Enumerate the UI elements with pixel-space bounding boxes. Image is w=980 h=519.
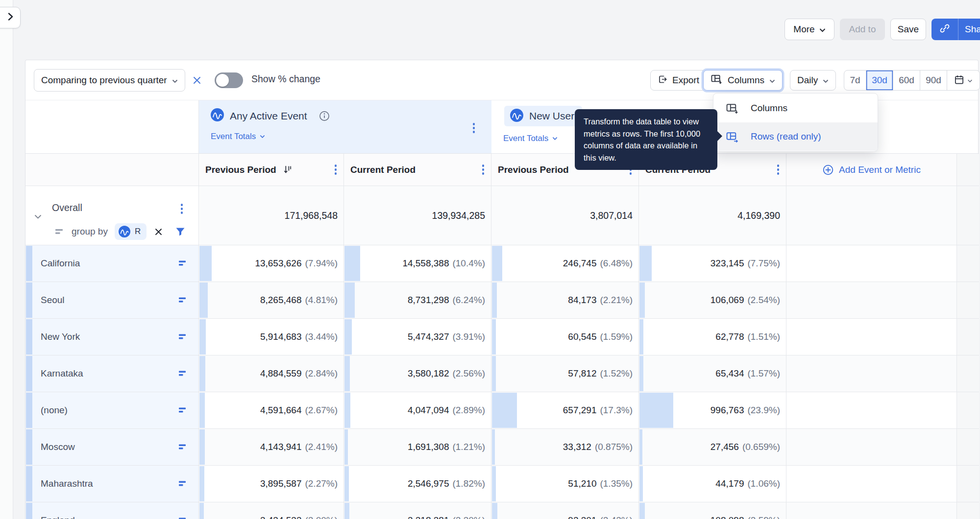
- data-cell[interactable]: 44,179(1.06%): [639, 466, 786, 502]
- overall-value-cell[interactable]: 139,934,285: [344, 186, 491, 245]
- data-cell[interactable]: 4,047,094(2.89%): [344, 392, 491, 428]
- data-cell[interactable]: 1,691,308(1.21%): [344, 429, 491, 465]
- row-label-cell[interactable]: Moscow: [25, 429, 199, 465]
- menu-item-rows[interactable]: Rows (read only): [713, 122, 878, 151]
- data-cell[interactable]: 13,653,626(7.94%): [199, 245, 344, 282]
- cell-value: 5,914,683: [260, 331, 302, 342]
- cell-proportion-bar: [492, 393, 517, 428]
- tooltip-arrow: [717, 131, 722, 142]
- remove-group-by-button[interactable]: [153, 227, 164, 237]
- data-cell[interactable]: 84,173(2.21%): [491, 282, 639, 318]
- data-cell[interactable]: 60,545(1.59%): [491, 319, 639, 355]
- cell-value: 84,173: [568, 295, 596, 306]
- cell-value: 51,210: [568, 478, 596, 489]
- row-label-cell[interactable]: New York: [25, 319, 199, 355]
- group-bars-icon[interactable]: [179, 334, 188, 340]
- info-icon[interactable]: [319, 111, 330, 121]
- group-bars-icon[interactable]: [179, 260, 188, 267]
- range-60d-button[interactable]: 60d: [893, 71, 920, 90]
- granularity-dropdown[interactable]: Daily: [790, 70, 836, 91]
- group-bars-icon[interactable]: [179, 407, 188, 414]
- row-label-cell[interactable]: (none): [25, 392, 199, 428]
- range-90d-button[interactable]: 90d: [920, 71, 947, 90]
- share-button[interactable]: Sha: [958, 19, 980, 40]
- column-header[interactable]: Previous Period: [199, 154, 344, 186]
- group-bars-icon[interactable]: [179, 481, 188, 487]
- data-cell[interactable]: 4,884,559(2.84%): [199, 355, 344, 392]
- group-bars-icon[interactable]: [179, 518, 188, 519]
- data-cell[interactable]: 51,210(1.35%): [491, 466, 639, 502]
- range-7d-button[interactable]: 7d: [844, 71, 866, 90]
- aggregation-dropdown[interactable]: Event Totals: [211, 132, 265, 142]
- sort-descending-icon[interactable]: [283, 165, 293, 174]
- group-bars-icon[interactable]: [179, 297, 188, 304]
- data-cell[interactable]: 108,098(2.59%): [639, 502, 786, 519]
- data-cell[interactable]: 2,546,975(1.82%): [344, 466, 491, 502]
- cell-proportion-bar: [639, 466, 643, 501]
- aggregation-dropdown[interactable]: Event Totals: [503, 134, 558, 143]
- overall-label-cell[interactable]: Overall group by R: [25, 186, 199, 245]
- filter-icon[interactable]: [175, 227, 185, 236]
- comparison-dropdown[interactable]: Comparing to previous quarter: [34, 69, 185, 92]
- data-cell[interactable]: 3,580,182(2.56%): [344, 355, 491, 392]
- column-header[interactable]: Current Period: [344, 154, 491, 186]
- data-cell[interactable]: 62,778(1.51%): [639, 319, 786, 355]
- metric-menu-kebab[interactable]: [471, 121, 477, 135]
- overall-value-cell[interactable]: 4,169,390: [639, 186, 786, 245]
- range-30d-button[interactable]: 30d: [866, 71, 893, 90]
- cell-percent: (1.57%): [747, 368, 780, 379]
- column-menu-kebab[interactable]: [775, 163, 782, 177]
- data-cell[interactable]: 106,069(2.54%): [639, 282, 786, 318]
- row-menu-kebab[interactable]: [179, 202, 185, 216]
- row-label-cell[interactable]: Seoul: [25, 282, 199, 318]
- toggle-knob: [216, 74, 229, 87]
- data-cell[interactable]: 4,591,664(2.67%): [199, 392, 344, 428]
- data-cell[interactable]: 33,312(0.875%): [491, 429, 639, 465]
- data-cell[interactable]: 8,265,468(4.81%): [199, 282, 344, 318]
- share-label-text: Sha: [965, 24, 980, 35]
- data-cell[interactable]: 3,434,533(2.00%): [199, 502, 344, 519]
- more-button[interactable]: More: [784, 19, 834, 40]
- chevron-down-icon: [552, 137, 558, 141]
- data-cell[interactable]: 657,291(17.3%): [491, 392, 639, 428]
- aggregation-label: Event Totals: [503, 134, 548, 143]
- table-row: Maharashtra3,895,587(2.27%)2,546,975(1.8…: [25, 466, 979, 502]
- data-cell[interactable]: 5,474,327(3.91%): [344, 319, 491, 355]
- copy-link-button[interactable]: [931, 19, 958, 40]
- group-by-property-chip[interactable]: R: [115, 223, 147, 240]
- data-cell[interactable]: 3,895,587(2.27%): [199, 466, 344, 502]
- column-menu-kebab[interactable]: [333, 163, 339, 177]
- add-event-or-metric-button[interactable]: Add Event or Metric: [786, 154, 957, 186]
- data-cell[interactable]: 4,143,941(2.41%): [199, 429, 344, 465]
- data-cell[interactable]: 246,745(6.48%): [491, 245, 639, 282]
- date-range-picker-button[interactable]: [947, 71, 980, 90]
- remove-comparison-button[interactable]: [190, 73, 204, 87]
- data-cell[interactable]: 8,731,298(6.24%): [344, 282, 491, 318]
- columns-dropdown-button[interactable]: Columns: [703, 70, 783, 91]
- group-bars-icon[interactable]: [179, 371, 188, 377]
- data-cell[interactable]: 3,218,381(2.30%): [344, 502, 491, 519]
- group-bars-icon[interactable]: [179, 444, 188, 450]
- data-cell[interactable]: 65,434(1.57%): [639, 355, 786, 392]
- menu-item-columns[interactable]: Columns: [713, 94, 878, 122]
- collapse-chevron-icon[interactable]: [34, 212, 42, 221]
- data-cell[interactable]: 14,558,388(10.4%): [344, 245, 491, 282]
- data-cell[interactable]: 323,145(7.75%): [639, 245, 786, 282]
- save-button[interactable]: Save: [890, 19, 926, 40]
- data-cell[interactable]: 996,763(23.9%): [639, 392, 786, 428]
- row-label-cell[interactable]: California: [25, 245, 199, 282]
- row-label-cell[interactable]: England: [25, 502, 199, 519]
- column-menu-kebab[interactable]: [480, 163, 487, 177]
- metric-any-active-event[interactable]: Any Active Event Event Totals: [199, 100, 491, 153]
- overall-value-cell[interactable]: 3,807,014: [491, 186, 639, 245]
- data-cell[interactable]: 27,456(0.659%): [639, 429, 786, 465]
- overall-value-cell[interactable]: 171,968,548: [199, 186, 344, 245]
- expand-sidebar-button[interactable]: [0, 7, 21, 28]
- row-label-cell[interactable]: Maharashtra: [25, 466, 199, 502]
- show-percent-toggle[interactable]: [215, 72, 243, 88]
- data-cell[interactable]: 92,301(2.42%): [491, 502, 639, 519]
- data-cell[interactable]: 57,812(1.52%): [491, 355, 639, 392]
- chevron-down-icon: [260, 135, 265, 139]
- row-label-cell[interactable]: Karnataka: [25, 355, 199, 392]
- data-cell[interactable]: 5,914,683(3.44%): [199, 319, 344, 355]
